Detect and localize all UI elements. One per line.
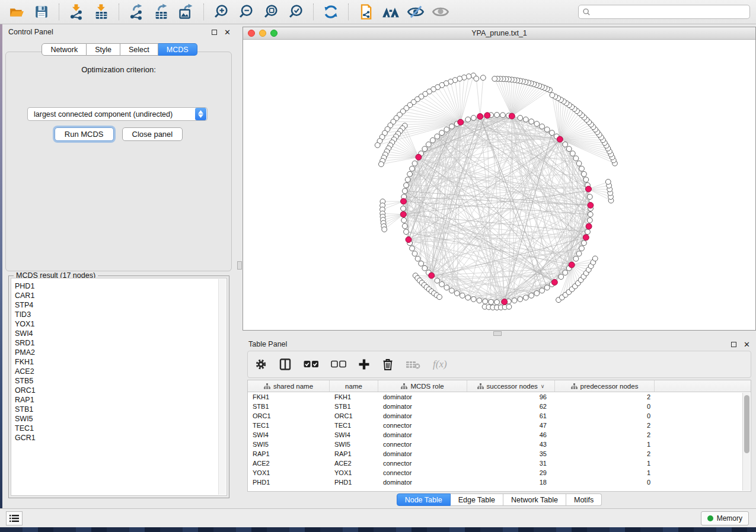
table-cell xyxy=(655,477,751,487)
mcds-result-list[interactable]: PHD1CAR1STP4TID3YOX1SWI4SRD1PMA2FKH1ACE2… xyxy=(11,278,227,496)
mcds-result-item[interactable]: TID3 xyxy=(15,310,227,319)
tab-node-table[interactable]: Node Table xyxy=(397,493,451,506)
close-panel-icon[interactable]: ✕ xyxy=(744,341,750,348)
table-row[interactable]: ACE2ACE2connector311 xyxy=(248,459,751,468)
mcds-result-item[interactable]: GCR1 xyxy=(15,433,227,443)
search-box[interactable] xyxy=(578,5,750,19)
network-from-selection-button[interactable] xyxy=(355,2,377,22)
table-row[interactable]: SWI4SWI4dominator462 xyxy=(248,430,751,440)
import-network-icon xyxy=(68,4,85,20)
table-row[interactable]: YOX1YOX1connector291 xyxy=(248,468,751,477)
mcds-result-item[interactable]: ACE2 xyxy=(15,367,227,376)
table-cell: SWI4 xyxy=(330,430,378,440)
table-cell: 29 xyxy=(467,468,555,477)
tab-network-table[interactable]: Network Table xyxy=(503,493,566,506)
table-cell xyxy=(655,402,751,411)
splitter-grip-icon[interactable] xyxy=(237,261,242,270)
tab-select[interactable]: Select xyxy=(120,43,158,56)
mcds-result-item[interactable]: ORC1 xyxy=(15,386,227,395)
toolbar-separator xyxy=(59,4,59,20)
select-all-button[interactable] xyxy=(304,360,319,368)
show-all-button[interactable] xyxy=(430,2,451,22)
mcds-result-item[interactable]: RAP1 xyxy=(15,395,227,405)
table-cell: SWI5 xyxy=(330,440,378,449)
zoom-in-button[interactable] xyxy=(210,2,232,22)
mcds-result-item[interactable]: SRD1 xyxy=(15,338,227,348)
column-header-predecessor-nodes[interactable]: predecessor nodes xyxy=(555,380,655,392)
tab-mcds[interactable]: MCDS xyxy=(158,43,197,56)
table-row[interactable]: STB1STB1dominator620 xyxy=(248,402,751,411)
mcds-result-item[interactable]: YOX1 xyxy=(15,319,227,329)
table-row[interactable]: FKH1FKH1dominator962 xyxy=(248,392,751,402)
table-cell xyxy=(655,421,751,430)
network-window-titlebar[interactable]: YPA_prune.txt_1 xyxy=(243,27,755,40)
zoom-in-icon xyxy=(213,4,229,20)
table-scrollbar[interactable] xyxy=(742,393,750,491)
close-panel-button[interactable]: Close panel xyxy=(122,127,183,141)
mcds-result-item[interactable]: STB1 xyxy=(15,405,227,414)
network-graph[interactable] xyxy=(243,40,755,330)
hide-selected-button[interactable] xyxy=(405,2,426,22)
import-table-button[interactable] xyxy=(91,2,112,22)
vertical-splitter[interactable] xyxy=(237,24,243,508)
zoom-fit-icon xyxy=(263,4,279,20)
mcds-result-item[interactable]: FKH1 xyxy=(15,357,227,367)
table-cell: 35 xyxy=(467,449,555,459)
run-mcds-button[interactable]: Run MCDS xyxy=(55,127,114,141)
add-row-button[interactable] xyxy=(358,358,370,370)
column-header-shared-name[interactable]: shared name xyxy=(248,380,330,392)
deselect-all-button[interactable] xyxy=(331,360,346,368)
horizontal-splitter[interactable] xyxy=(243,331,756,336)
table-row[interactable]: ORC1ORC1dominator610 xyxy=(248,411,751,421)
tab-style[interactable]: Style xyxy=(87,43,120,56)
export-table-button[interactable] xyxy=(151,2,172,22)
table-cell: dominator xyxy=(378,411,467,421)
optimization-criterion-select[interactable]: largest connected component (undirected) xyxy=(27,107,208,121)
import-network-button[interactable] xyxy=(66,2,87,22)
column-header-name[interactable]: name xyxy=(330,380,378,392)
table-cell: 2 xyxy=(555,449,655,459)
find-button[interactable] xyxy=(380,2,401,22)
zoom-out-button[interactable] xyxy=(235,2,257,22)
scrollbar-thumb[interactable] xyxy=(744,395,749,453)
import-table-icon xyxy=(93,4,110,20)
mcds-result-item[interactable]: SWI4 xyxy=(15,329,227,338)
export-network-button[interactable] xyxy=(126,2,147,22)
table-row[interactable]: SWI5SWI5connector431 xyxy=(248,440,751,449)
table-row[interactable]: PHD1PHD1dominator180 xyxy=(248,477,751,487)
mcds-result-item[interactable]: CAR1 xyxy=(15,291,227,300)
mcds-result-item[interactable]: SWI5 xyxy=(15,414,227,424)
table-row[interactable]: TEC1TEC1connector472 xyxy=(248,421,751,430)
mcds-result-item[interactable]: PMA2 xyxy=(15,348,227,357)
mcds-result-item[interactable]: PHD1 xyxy=(15,281,227,291)
save-session-button[interactable] xyxy=(31,2,52,22)
table-cell: PHD1 xyxy=(248,477,330,487)
mcds-result-item[interactable]: STB5 xyxy=(15,376,227,386)
tab-edge-table[interactable]: Edge Table xyxy=(451,493,503,506)
network-canvas[interactable] xyxy=(243,40,755,330)
delete-row-button[interactable] xyxy=(382,358,394,371)
search-input[interactable] xyxy=(593,8,746,16)
open-file-button[interactable] xyxy=(6,2,27,22)
tab-motifs[interactable]: Motifs xyxy=(566,493,602,506)
export-image-button[interactable] xyxy=(176,2,197,22)
zoom-selected-button[interactable] xyxy=(285,2,307,22)
mcds-list-scrollbar[interactable] xyxy=(218,279,226,495)
mcds-result-item[interactable]: STP4 xyxy=(15,300,227,310)
column-header-mcds-role[interactable]: MCDS role xyxy=(378,380,467,392)
close-panel-icon[interactable]: ✕ xyxy=(224,28,231,36)
show-columns-button[interactable] xyxy=(279,358,292,371)
tab-network[interactable]: Network xyxy=(42,43,87,56)
zoom-fit-button[interactable] xyxy=(260,2,282,22)
column-header-successor-nodes[interactable]: successor nodes∨ xyxy=(467,380,555,392)
splitter-grip-icon[interactable] xyxy=(493,331,502,336)
task-history-button[interactable] xyxy=(6,511,23,525)
status-bar: Memory xyxy=(0,508,756,527)
mcds-result-item[interactable]: TEC1 xyxy=(15,424,227,433)
table-row[interactable]: RAP1RAP1dominator352 xyxy=(248,449,751,459)
float-panel-icon[interactable] xyxy=(212,30,217,35)
float-panel-icon[interactable] xyxy=(731,342,736,347)
table-options-button[interactable] xyxy=(255,358,267,370)
memory-button[interactable]: Memory xyxy=(701,511,749,525)
apply-layout-button[interactable] xyxy=(320,2,342,22)
